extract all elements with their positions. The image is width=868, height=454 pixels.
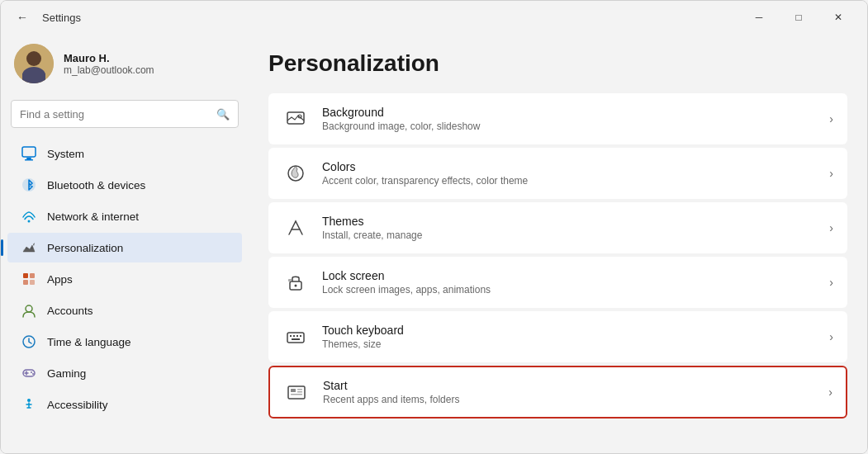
titlebar: ← Settings ─ □ ✕: [1, 1, 867, 34]
colors-text: Colors Accent color, transparency effect…: [322, 160, 816, 187]
system-icon: [21, 145, 37, 162]
svg-rect-27: [293, 335, 295, 337]
svg-rect-9: [23, 273, 28, 278]
user-name: Mauro H.: [64, 52, 154, 64]
content-area: Mauro H. m_lab@outlook.com 🔍 Sys: [1, 34, 867, 453]
svg-point-23: [295, 285, 297, 287]
accounts-label: Accounts: [47, 305, 93, 317]
touchkeyboard-chevron: ›: [829, 330, 833, 343]
bluetooth-label: Bluetooth & devices: [47, 179, 145, 192]
minimize-button[interactable]: ─: [740, 4, 778, 31]
themes-text: Themes Install, create, manage: [322, 215, 816, 241]
svg-rect-29: [300, 335, 301, 337]
nav-item-bluetooth[interactable]: Bluetooth & devices: [7, 170, 242, 200]
svg-rect-31: [288, 386, 305, 399]
settings-item-colors[interactable]: Colors Accent color, transparency effect…: [268, 148, 847, 199]
start-chevron: ›: [828, 385, 832, 399]
svg-rect-10: [30, 273, 35, 278]
user-section: Mauro H. m_lab@outlook.com: [1, 34, 249, 97]
svg-rect-25: [287, 333, 304, 343]
svg-point-16: [31, 371, 32, 373]
lockscreen-title: Lock screen: [322, 269, 816, 282]
touchkeyboard-subtitle: Themes, size: [322, 338, 816, 350]
touchkeyboard-text: Touch keyboard Themes, size: [322, 324, 816, 350]
svg-point-17: [32, 373, 34, 375]
nav-item-accessibility[interactable]: Accessibility: [7, 390, 242, 419]
nav-item-system[interactable]: System: [7, 139, 242, 168]
accounts-icon: [21, 302, 37, 319]
settings-list: Background Background image, color, slid…: [268, 93, 847, 419]
back-button[interactable]: ←: [11, 6, 34, 29]
time-icon: [21, 333, 37, 350]
settings-item-lockscreen[interactable]: Lock screen Lock screen images, apps, an…: [268, 257, 847, 308]
gaming-icon: [21, 365, 37, 381]
nav-item-time[interactable]: Time & language: [7, 327, 242, 357]
start-title: Start: [323, 379, 815, 392]
svg-rect-3: [22, 73, 45, 83]
nav-item-network[interactable]: Network & internet: [7, 201, 242, 231]
themes-chevron: ›: [829, 221, 833, 234]
accessibility-label: Accessibility: [47, 399, 108, 411]
themes-subtitle: Install, create, manage: [322, 229, 816, 241]
settings-item-start[interactable]: Start Recent apps and items, folders ›: [268, 366, 847, 419]
time-label: Time & language: [47, 336, 131, 348]
network-label: Network & internet: [47, 210, 139, 223]
themes-icon: [282, 215, 309, 241]
svg-rect-24: [288, 279, 292, 281]
svg-rect-26: [290, 335, 292, 337]
svg-rect-6: [25, 159, 33, 161]
bluetooth-icon: [21, 177, 37, 193]
svg-point-8: [28, 220, 31, 223]
background-chevron: ›: [829, 112, 833, 125]
system-label: System: [47, 148, 84, 160]
svg-rect-32: [291, 389, 296, 392]
network-icon: [21, 208, 37, 225]
search-icon: 🔍: [216, 108, 230, 121]
nav-item-personalization[interactable]: Personalization: [7, 233, 242, 262]
start-subtitle: Recent apps and items, folders: [323, 394, 815, 405]
svg-rect-30: [292, 338, 300, 340]
window-title: Settings: [42, 12, 81, 24]
svg-point-13: [26, 305, 32, 312]
gaming-label: Gaming: [47, 367, 86, 380]
settings-item-background[interactable]: Background Background image, color, slid…: [268, 93, 847, 144]
svg-point-18: [27, 399, 31, 402]
colors-chevron: ›: [829, 167, 833, 180]
settings-item-touchkeyboard[interactable]: Touch keyboard Themes, size ›: [268, 311, 847, 362]
themes-title: Themes: [322, 215, 816, 228]
background-icon: [282, 106, 309, 132]
titlebar-controls: ─ □ ✕: [740, 4, 857, 31]
lockscreen-text: Lock screen Lock screen images, apps, an…: [322, 269, 816, 296]
nav-item-accounts[interactable]: Accounts: [7, 296, 242, 325]
nav-item-gaming[interactable]: Gaming: [7, 358, 242, 388]
background-text: Background Background image, color, slid…: [322, 106, 816, 132]
touchkeyboard-icon: [282, 324, 309, 350]
close-button[interactable]: ✕: [819, 4, 857, 31]
user-info: Mauro H. m_lab@outlook.com: [64, 52, 154, 76]
main-content: Personalization Background Background im…: [249, 34, 867, 453]
svg-rect-35: [291, 394, 302, 395]
user-email: m_lab@outlook.com: [64, 64, 154, 76]
svg-rect-5: [26, 158, 31, 159]
search-box[interactable]: 🔍: [11, 100, 239, 128]
maximize-button[interactable]: □: [780, 4, 818, 31]
background-title: Background: [322, 106, 816, 119]
svg-rect-34: [297, 391, 302, 393]
settings-window: ← Settings ─ □ ✕ Ma: [0, 0, 868, 454]
colors-subtitle: Accent color, transparency effects, colo…: [322, 175, 816, 187]
svg-point-1: [26, 51, 41, 66]
page-title: Personalization: [268, 50, 847, 77]
settings-item-themes[interactable]: Themes Install, create, manage ›: [268, 202, 847, 253]
colors-icon: [282, 160, 309, 187]
start-icon: [283, 379, 310, 405]
nav-item-apps[interactable]: Apps: [7, 264, 242, 294]
search-input[interactable]: [20, 108, 210, 121]
personalization-icon: [21, 239, 37, 256]
lockscreen-subtitle: Lock screen images, apps, animations: [322, 284, 816, 296]
apps-label: Apps: [47, 273, 73, 286]
personalization-label: Personalization: [47, 242, 123, 254]
colors-title: Colors: [322, 160, 816, 173]
avatar: [14, 44, 54, 83]
titlebar-left: ← Settings: [11, 6, 740, 29]
touchkeyboard-title: Touch keyboard: [322, 324, 816, 337]
